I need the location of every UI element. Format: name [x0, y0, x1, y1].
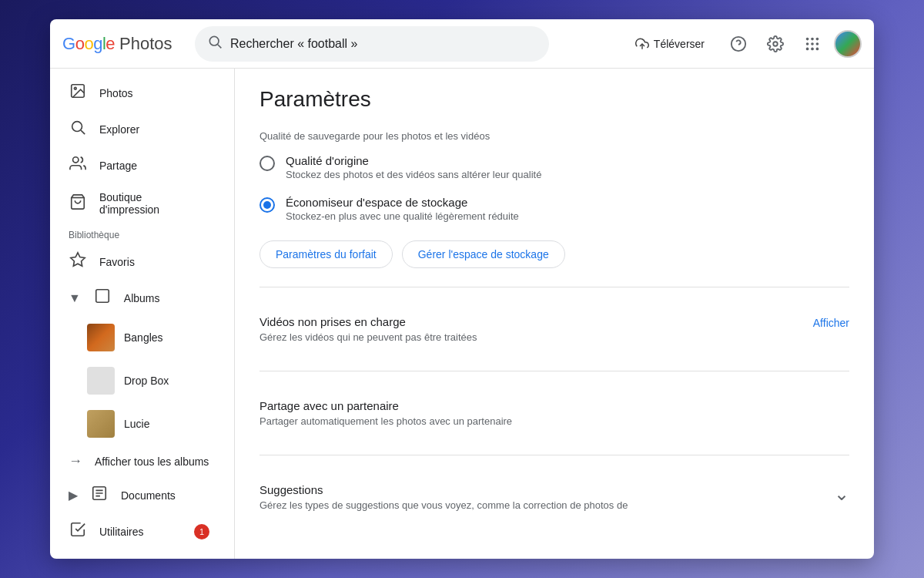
utilitaires-badge: 1 [194, 524, 209, 539]
divider-1 [259, 287, 849, 287]
quality-economiseur-label: Économiseur d'espace de stockage [286, 196, 519, 209]
sidebar-item-documents[interactable]: ▶ Documents [50, 477, 228, 513]
sidebar-item-favoris[interactable]: Favoris [50, 244, 228, 280]
sidebar-item-albums-label: Albums [124, 292, 160, 304]
sidebar-item-partage-label: Partage [99, 160, 137, 172]
sidebar: Photos Explorer [50, 69, 235, 559]
voir-albums-icon: → [69, 453, 82, 469]
page-title: Paramètres [259, 87, 849, 112]
partage-desc: Partager automatiquement les photos avec… [259, 415, 512, 427]
sidebar-item-lucie[interactable]: Lucie [50, 402, 228, 445]
partage-section: Partage avec un partenaire Partager auto… [259, 387, 849, 439]
quality-option-origine-text: Qualité d'origine Stockez des photos et … [286, 154, 541, 180]
videos-section: Vidéos non prises en charge Gérez les vi… [259, 303, 849, 355]
sidebar-item-voir-albums[interactable]: → Afficher tous les albums [50, 445, 228, 477]
svg-point-7 [811, 37, 814, 40]
videos-info: Vidéos non prises en charge Gérez les vi… [259, 315, 477, 343]
search-icon [207, 34, 223, 53]
utilitaires-label: Utilitaires [99, 526, 144, 538]
search-bar[interactable]: Rechercher « football » [195, 26, 549, 62]
sidebar-item-albums[interactable]: ▼ Albums [50, 280, 228, 316]
documents-chevron: ▶ [69, 488, 78, 502]
svg-point-10 [811, 42, 814, 45]
svg-point-6 [806, 37, 809, 40]
dropbox-thumb [87, 367, 115, 395]
divider-3 [259, 455, 849, 455]
sidebar-item-utilitaires[interactable]: Utilitaires 1 [50, 513, 228, 549]
svg-point-16 [74, 87, 76, 89]
library-section-label: Bibliothèque [50, 223, 234, 244]
main: Photos Explorer [50, 69, 874, 559]
quality-origine-desc: Stockez des photos et des vidéos sans al… [286, 169, 541, 180]
favoris-icon [69, 251, 87, 272]
upload-button[interactable]: Téléverser [623, 31, 717, 57]
svg-point-8 [816, 37, 819, 40]
radio-origine[interactable] [259, 156, 275, 171]
boutique-icon [69, 193, 87, 214]
suggestions-title: Suggestions [259, 483, 628, 496]
suggestions-section: Suggestions Gérez les types de suggestio… [259, 471, 849, 523]
photos-wordmark: Photos [119, 34, 172, 54]
lucie-thumb [87, 410, 115, 438]
logo[interactable]: Google Photos [62, 34, 186, 54]
partage-info: Partage avec un partenaire Partager auto… [259, 399, 512, 427]
dropbox-label: Drop Box [124, 375, 169, 387]
svg-point-17 [72, 122, 82, 132]
settings-button[interactable] [760, 29, 791, 59]
suggestions-desc: Gérez les types de suggestions que vous … [259, 499, 628, 511]
sidebar-item-dropbox[interactable]: Drop Box [50, 359, 228, 402]
albums-chevron: ▼ [69, 291, 81, 305]
documents-label: Documents [121, 489, 176, 502]
sidebar-item-photos[interactable]: Photos [50, 75, 228, 111]
quality-origine-label: Qualité d'origine [286, 154, 541, 167]
quality-option-origine[interactable]: Qualité d'origine Stockez des photos et … [259, 154, 849, 180]
svg-point-13 [811, 47, 814, 50]
sidebar-item-explorer[interactable]: Explorer [50, 111, 228, 147]
header: Google Photos Rechercher « football » Té… [50, 19, 874, 69]
utilitaires-icon [69, 521, 87, 542]
stockage-button[interactable]: Gérer l'espace de stockage [402, 240, 565, 268]
svg-point-19 [73, 157, 79, 163]
svg-line-18 [81, 130, 85, 134]
sidebar-item-explorer-label: Explorer [99, 123, 139, 136]
sidebar-item-favoris-label: Favoris [99, 256, 135, 268]
sidebar-item-boutique-label: Boutiqued'impression [99, 191, 159, 216]
suggestions-chevron[interactable]: ⌄ [834, 483, 849, 505]
videos-afficher-link[interactable]: Afficher [813, 315, 849, 329]
svg-point-11 [816, 42, 819, 45]
app-window: Google Photos Rechercher « football » Té… [50, 19, 874, 559]
svg-point-5 [773, 42, 778, 46]
help-button[interactable] [723, 29, 754, 59]
partage-icon [69, 155, 87, 176]
quality-section-label: Qualité de sauvegarde pour les photos et… [259, 130, 849, 142]
albums-icon [93, 287, 112, 308]
divider-2 [259, 371, 849, 371]
svg-marker-21 [71, 253, 85, 266]
sidebar-item-bangles[interactable]: Bangles [50, 316, 228, 359]
photos-icon [69, 82, 87, 103]
sidebar-item-photos-label: Photos [99, 87, 133, 99]
button-row: Paramètres du forfait Gérer l'espace de … [259, 240, 849, 268]
avatar[interactable] [834, 30, 862, 58]
svg-point-12 [806, 47, 809, 50]
quality-radio-group: Qualité d'origine Stockez des photos et … [259, 154, 849, 222]
partage-title: Partage avec un partenaire [259, 399, 512, 412]
quality-option-economiseur[interactable]: Économiseur d'espace de stockage Stockez… [259, 196, 849, 222]
bangles-thumb [87, 324, 115, 351]
quality-option-economiseur-text: Économiseur d'espace de stockage Stockez… [286, 196, 519, 222]
apps-button[interactable] [797, 29, 828, 59]
svg-point-14 [816, 47, 819, 50]
documents-icon [90, 485, 109, 506]
upload-label: Téléverser [654, 38, 705, 50]
search-query: Rechercher « football » [230, 37, 537, 51]
lucie-label: Lucie [124, 418, 149, 430]
quality-economiseur-desc: Stockez-en plus avec une qualité légèrem… [286, 210, 519, 222]
sidebar-item-partage[interactable]: Partage [50, 147, 228, 183]
videos-title: Vidéos non prises en charge [259, 315, 477, 328]
sidebar-item-boutique[interactable]: Boutiqued'impression [50, 183, 228, 223]
google-wordmark: Google [62, 34, 115, 54]
radio-economiseur[interactable] [259, 197, 275, 213]
svg-point-9 [806, 42, 809, 45]
videos-desc: Gérez les vidéos qui ne peuvent pas être… [259, 331, 477, 343]
forfait-button[interactable]: Paramètres du forfait [259, 240, 393, 268]
